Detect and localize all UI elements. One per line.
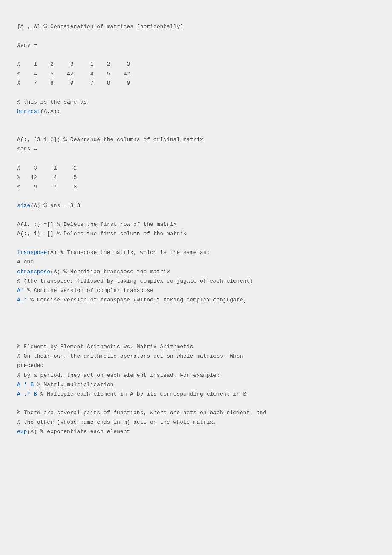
comment-text: % Rearrange the columns of original matr… [60,136,203,143]
comment-text: % Concatenation of matrices (horizontall… [40,23,183,30]
code-container: [A , A] % Concatenation of matrices (hor… [0,0,392,555]
empty-line [17,154,375,163]
code-line: % this is the same as [17,98,375,107]
code-line: A(:, 1) =[] % Delete the first column of… [17,229,375,239]
empty-line [17,88,375,98]
empty-line [17,32,375,41]
code-line: transpose(A) % Transpose the matrix, whi… [17,248,375,257]
normal-text: (A) [27,428,37,435]
code-line: exp(A) % exponentiate each element [17,427,375,436]
code-line: % the other (whose name ends in m) acts … [17,418,375,427]
comment-text: % by a period, they act on each element … [17,372,220,379]
code-line: %ans = [17,145,375,154]
code-line: size(A) % ans = 3 3 [17,201,375,211]
comment-text: % Delete the first row of the matrix [54,221,177,228]
code-line: A(1, :) =[] % Delete the first row of th… [17,220,375,229]
comment-text: %ans = [17,146,37,152]
keyword-text: A .* B [17,391,37,397]
comment-text: % Concise version of transpose (without … [27,297,246,303]
comment-text: % Multiple each element in A by its corr… [37,391,246,397]
empty-line [17,211,375,220]
code-line: [A , A] % Concatenation of matrices (hor… [17,22,375,32]
code-line: % 9 7 8 [17,182,375,192]
code-line: horzcat(A,A); [17,107,375,116]
comment-text: % 9 7 8 [17,184,77,190]
keyword-text: exp [17,428,27,435]
normal-text: (A) [47,249,57,256]
code-line: % There are several pairs of functions, … [17,408,375,418]
comment-text: preceded [17,362,43,369]
code-line: % (the transpose, followed by taking com… [17,277,375,286]
comment-text: % 7 8 9 7 8 9 [17,80,130,87]
comment-text: % 3 1 2 [17,165,77,171]
empty-line [17,324,375,333]
code-line: A' % Concise version of complex transpos… [17,286,375,295]
comment-text: % On their own, the arithmetic operators… [17,353,243,359]
code-line: %ans = [17,41,375,50]
normal-text: A(:, [3 1 2]) [17,136,60,143]
comment-text: % (the transpose, followed by taking com… [17,278,253,284]
code-line: preceded [17,361,375,370]
keyword-text: horzcat [17,108,40,115]
code-line: % On their own, the arithmetic operators… [17,352,375,361]
comment-text: % 42 4 5 [17,174,77,181]
empty-line [17,305,375,314]
keyword-text: A * B [17,382,34,388]
empty-line [17,314,375,324]
empty-line [17,50,375,60]
code-line: % 4 5 42 4 5 42 [17,69,375,79]
keyword-text: transpose [17,249,47,256]
comment-text: % the other (whose name ends in m) acts … [17,419,216,425]
keyword-text: size [17,202,30,209]
code-line: A(:, [3 1 2]) % Rearrange the columns of… [17,135,375,145]
code-line: % 1 2 3 1 2 3 [17,60,375,69]
comment-text: %ans = [17,42,37,49]
code-line: % by a period, they act on each element … [17,371,375,380]
comment-text: % Concise version of complex transpose [24,287,153,294]
normal-text: (A) [50,269,60,275]
empty-line [17,192,375,201]
code-line: A .* B % Multiple each element in A by i… [17,390,375,399]
code-line: % 3 1 2 [17,164,375,173]
code-line: A * B % Matrix multiplication [17,380,375,390]
normal-text: (A) [30,202,40,209]
normal-text: (A,A); [40,108,61,115]
comment-text: % Matrix multiplication [34,382,113,388]
empty-line [17,239,375,248]
code-line: % 7 8 9 7 8 9 [17,79,375,88]
code-line: ctranspose(A) % Hermitian transpose the … [17,267,375,277]
code-line: % Element by Element Arithmetic vs. Matr… [17,342,375,352]
comment-text: % 4 5 42 4 5 42 [17,71,130,77]
empty-line [17,116,375,126]
normal-text: A(:, 1) =[] [17,231,54,237]
empty-line [17,333,375,342]
comment-text: % this is the same as [17,99,87,105]
comment-text: % Delete the first column of the matrix [54,231,187,237]
empty-line [17,13,375,22]
code-block: [A , A] % Concatenation of matrices (hor… [17,13,375,436]
code-line: A one [17,257,375,267]
comment-text: % There are several pairs of functions, … [17,410,266,416]
comment-text: % ans = 3 3 [40,202,81,209]
keyword-text: ctranspose [17,269,50,275]
comment-text: % Transpose the matrix, which is the sam… [57,249,210,256]
keyword-text: A.' [17,297,27,303]
empty-line [17,126,375,135]
code-line: A.' % Concise version of transpose (with… [17,295,375,305]
normal-text: [A , A] [17,23,40,30]
keyword-text: A' [17,287,24,294]
normal-text: A one [17,259,34,265]
comment-text: % Hermitian transpose the matrix [60,269,170,275]
comment-text: % Element by Element Arithmetic vs. Matr… [17,344,193,350]
code-line: % 42 4 5 [17,173,375,182]
normal-text: A(1, :) =[] [17,221,54,228]
comment-text: % exponentiate each element [37,428,130,435]
empty-line [17,399,375,408]
comment-text: % 1 2 3 1 2 3 [17,61,130,67]
